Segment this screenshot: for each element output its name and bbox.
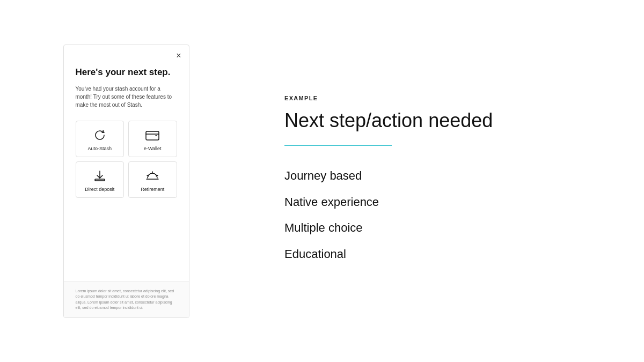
modal-footer: Lorem ipsum dolor sit amet, consectetur …	[64, 282, 189, 317]
feature-item-direct-deposit[interactable]: Direct deposit	[76, 161, 125, 198]
svg-rect-1	[95, 179, 105, 181]
page-layout: × Here's your next step. You've had your…	[0, 0, 644, 362]
modal-footer-text: Lorem ipsum dolor sit amet, consectetur …	[76, 289, 177, 311]
left-panel: × Here's your next step. You've had your…	[0, 0, 252, 362]
feature-item-e-wallet[interactable]: e-Wallet	[128, 121, 177, 157]
modal-card: × Here's your next step. You've had your…	[63, 45, 189, 318]
modal-title: Here's your next step.	[76, 67, 177, 78]
feature-label-retirement: Retirement	[141, 187, 164, 192]
main-heading: Next step/action needed	[284, 109, 612, 132]
features-grid: Auto-Stash e-Wallet	[76, 121, 177, 198]
feature-label-direct-deposit: Direct deposit	[85, 187, 114, 192]
feature-list: Journey based Native experience Multiple…	[284, 163, 612, 267]
feature-item-retirement[interactable]: Retirement	[128, 161, 177, 198]
feature-label-e-wallet: e-Wallet	[144, 146, 162, 151]
list-item-multiple-choice: Multiple choice	[284, 215, 612, 241]
list-item-native-experience: Native experience	[284, 189, 612, 216]
refresh-icon	[92, 129, 107, 142]
divider-line	[284, 145, 392, 146]
list-item-educational: Educational	[284, 241, 612, 268]
modal-body: Here's your next step. You've had your s…	[64, 45, 189, 282]
right-panel: EXAMPLE Next step/action needed Journey …	[252, 95, 644, 268]
list-item-journey-based: Journey based	[284, 163, 612, 189]
feature-item-auto-stash[interactable]: Auto-Stash	[76, 121, 125, 157]
download-icon	[92, 169, 107, 182]
close-button[interactable]: ×	[176, 51, 181, 60]
wallet-icon	[145, 129, 160, 142]
example-label: EXAMPLE	[284, 95, 612, 101]
sunrise-icon	[145, 169, 160, 182]
modal-description: You've had your stash account for a mont…	[76, 85, 177, 109]
feature-label-auto-stash: Auto-Stash	[87, 146, 112, 151]
